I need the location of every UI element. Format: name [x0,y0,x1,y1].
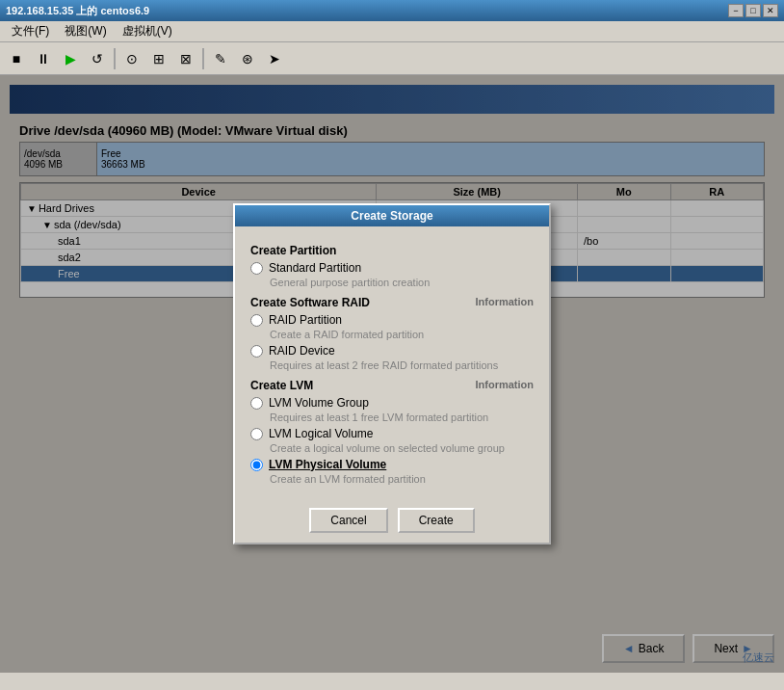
label-lvm-volume-group[interactable]: LVM Volume Group [269,396,369,410]
share-button[interactable]: ⊛ [235,46,260,71]
radio-raid-partition[interactable] [250,314,263,327]
label-raid-partition[interactable]: RAID Partition [269,313,342,327]
section-lvm-info: Information [476,379,535,392]
label-lvm-physical-volume[interactable]: LVM Physical Volume [269,458,386,471]
main-content: Drive /dev/sda (40960 MB) (Model: VMware… [0,75,784,673]
section-raid-info: Information [476,296,535,309]
radio-standard-partition[interactable] [250,262,263,275]
desc-standard-partition: General purpose partition creation [250,277,534,288]
modal-title: Create Storage [235,205,549,226]
toolbar: ■ ⏸ ▶ ↺ ⊙ ⊞ ⊠ ✎ ⊛ ➤ [0,42,784,75]
pause-button[interactable]: ⏸ [31,46,56,71]
desc-lvm-physical-volume: Create an LVM formated partition [250,473,534,485]
label-lvm-logical-volume[interactable]: LVM Logical Volume [269,427,374,440]
radio-lvm-physical-volume[interactable] [250,459,263,471]
window-title: 192.168.15.35 上的 centos6.9 [6,4,149,18]
window-controls[interactable]: − □ ✕ [728,4,778,17]
menu-vm[interactable]: 虚拟机(V) [115,21,180,41]
play-button[interactable]: ▶ [58,46,83,71]
refresh-button[interactable]: ↺ [85,46,110,71]
option-lvm-logical-volume[interactable]: LVM Logical Volume [250,427,534,440]
section-partition-label: Create Partition [250,244,336,257]
label-standard-partition[interactable]: Standard Partition [269,261,361,275]
modal-create-button[interactable]: Create [398,508,475,533]
modal-buttons: Cancel Create [235,498,549,543]
radio-lvm-logical-volume[interactable] [250,428,263,440]
menu-view[interactable]: 视图(W) [57,21,114,41]
option-lvm-volume-group[interactable]: LVM Volume Group [250,396,534,410]
section-create-partition: Create Partition [250,244,534,257]
section-create-lvm: Create LVM Information [250,379,534,392]
section-create-raid: Create Software RAID Information [250,296,534,309]
desc-raid-partition: Create a RAID formated partition [250,329,534,340]
menu-file[interactable]: 文件(F) [4,21,57,41]
label-raid-device[interactable]: RAID Device [269,344,335,358]
desc-lvm-logical-volume: Create a logical volume on selected volu… [250,442,534,454]
radio-lvm-volume-group[interactable] [250,397,263,410]
minimize-button[interactable]: − [728,4,744,17]
maximize-button[interactable]: □ [745,4,761,17]
menu-bar: 文件(F) 视图(W) 虚拟机(V) [0,21,784,42]
modal-body: Create Partition Standard Partition Gene… [235,226,549,498]
radio-raid-device[interactable] [250,345,263,358]
modal-overlay: Create Storage Create Partition Standard… [0,75,784,673]
title-bar: 192.168.15.35 上的 centos6.9 − □ ✕ [0,0,784,21]
stop-button[interactable]: ■ [4,46,29,71]
option-standard-partition[interactable]: Standard Partition [250,261,534,275]
desc-lvm-volume-group: Requires at least 1 free LVM formated pa… [250,411,534,423]
capture-button[interactable]: ⊙ [119,46,144,71]
snapshot2-button[interactable]: ⊠ [173,46,198,71]
close-button[interactable]: ✕ [763,4,778,17]
option-lvm-physical-volume[interactable]: LVM Physical Volume [250,458,534,471]
separator-2 [202,48,204,69]
edit-button[interactable]: ✎ [208,46,233,71]
desc-raid-device: Requires at least 2 free RAID formated p… [250,359,534,371]
option-raid-device[interactable]: RAID Device [250,344,534,358]
create-storage-dialog: Create Storage Create Partition Standard… [233,203,551,544]
snapshot-button[interactable]: ⊞ [146,46,171,71]
separator-1 [114,48,116,69]
section-lvm-label: Create LVM [250,379,313,392]
send-button[interactable]: ➤ [262,46,287,71]
modal-cancel-button[interactable]: Cancel [309,508,387,533]
option-raid-partition[interactable]: RAID Partition [250,313,534,327]
section-raid-label: Create Software RAID [250,296,370,309]
